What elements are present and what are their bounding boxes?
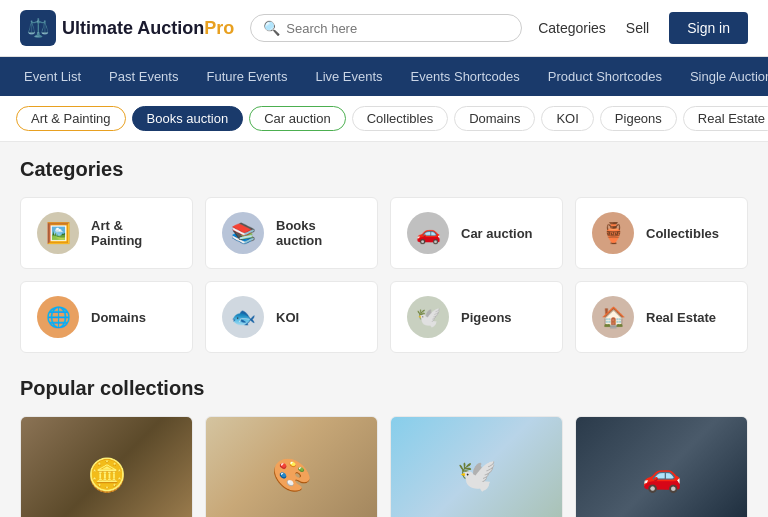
- category-card-art[interactable]: 🖼️ Art & Painting: [20, 197, 193, 269]
- collection-card-stemps[interactable]: 🪙 Stemps Auction Discover all 2 objects …: [20, 416, 193, 517]
- logo-icon: ⚖️: [20, 10, 56, 46]
- category-name-pigeons: Pigeons: [461, 310, 512, 325]
- category-name-books: Books auction: [276, 218, 361, 248]
- category-icon-domains: 🌐: [37, 296, 79, 338]
- category-icon-art: 🖼️: [37, 212, 79, 254]
- category-card-pigeons[interactable]: 🕊️ Pigeons: [390, 281, 563, 353]
- category-card-books[interactable]: 📚 Books auction: [205, 197, 378, 269]
- category-card-realestate[interactable]: 🏠 Real Estate: [575, 281, 748, 353]
- sign-in-button[interactable]: Sign in: [669, 12, 748, 44]
- nav-future-events[interactable]: Future Events: [192, 57, 301, 96]
- search-input[interactable]: [286, 21, 509, 36]
- filter-tab-car[interactable]: Car auction: [249, 106, 345, 131]
- category-name-domains: Domains: [91, 310, 146, 325]
- category-icon-books: 📚: [222, 212, 264, 254]
- filter-tab-art[interactable]: Art & Painting: [16, 106, 126, 131]
- category-card-car[interactable]: 🚗 Car auction: [390, 197, 563, 269]
- popular-collections-section: Popular collections 🪙 Stemps Auction Dis…: [20, 377, 748, 517]
- category-icon-collectibles: 🏺: [592, 212, 634, 254]
- nav-event-list[interactable]: Event List: [10, 57, 95, 96]
- collection-card-pigeon[interactable]: 🕊️ Pigeon Auction Discover all 3 objects…: [390, 416, 563, 517]
- collection-card-art-painting[interactable]: 🎨 Art & Painting Auctions Discover all 4…: [205, 416, 378, 517]
- search-icon: 🔍: [263, 20, 280, 36]
- nav-past-events[interactable]: Past Events: [95, 57, 192, 96]
- category-name-car: Car auction: [461, 226, 533, 241]
- nav-single-auction[interactable]: Single Auction Products List: [676, 57, 768, 96]
- categories-section: Categories 🖼️ Art & Painting 📚 Books auc…: [20, 158, 748, 353]
- nav-bar: Event List Past Events Future Events Liv…: [0, 57, 768, 96]
- category-name-koi: KOI: [276, 310, 299, 325]
- collection-image-pigeon: 🕊️: [391, 417, 562, 517]
- filter-tab-domains[interactable]: Domains: [454, 106, 535, 131]
- category-name-art: Art & Painting: [91, 218, 176, 248]
- filter-tab-realestate[interactable]: Real Estate: [683, 106, 768, 131]
- categories-title: Categories: [20, 158, 748, 181]
- logo-text: Ultimate AuctionPro: [62, 18, 234, 39]
- popular-collections-title: Popular collections: [20, 377, 748, 400]
- category-icon-car: 🚗: [407, 212, 449, 254]
- category-card-koi[interactable]: 🐟 KOI: [205, 281, 378, 353]
- filter-tab-books[interactable]: Books auction: [132, 106, 244, 131]
- filter-tab-pigeons[interactable]: Pigeons: [600, 106, 677, 131]
- collection-card-bmw[interactable]: 🚗 BMW Car Auction Discover all 1 objects…: [575, 416, 748, 517]
- sell-link[interactable]: Sell: [626, 20, 649, 36]
- header-links: Categories Sell Sign in: [538, 12, 748, 44]
- main-content: Categories 🖼️ Art & Painting 📚 Books auc…: [0, 142, 768, 517]
- categories-link[interactable]: Categories: [538, 20, 606, 36]
- collections-grid: 🪙 Stemps Auction Discover all 2 objects …: [20, 416, 748, 517]
- category-icon-koi: 🐟: [222, 296, 264, 338]
- header: ⚖️ Ultimate AuctionPro 🔍 Categories Sell…: [0, 0, 768, 57]
- category-grid: 🖼️ Art & Painting 📚 Books auction 🚗 Car …: [20, 197, 748, 353]
- nav-live-events[interactable]: Live Events: [301, 57, 396, 96]
- category-name-realestate: Real Estate: [646, 310, 716, 325]
- category-card-collectibles[interactable]: 🏺 Collectibles: [575, 197, 748, 269]
- filter-tabs: Art & Painting Books auction Car auction…: [0, 96, 768, 142]
- logo[interactable]: ⚖️ Ultimate AuctionPro: [20, 10, 234, 46]
- nav-events-shortcodes[interactable]: Events Shortcodes: [397, 57, 534, 96]
- collection-image-art-painting: 🎨: [206, 417, 377, 517]
- filter-tab-koi[interactable]: KOI: [541, 106, 593, 131]
- category-icon-realestate: 🏠: [592, 296, 634, 338]
- filter-tab-collectibles[interactable]: Collectibles: [352, 106, 448, 131]
- category-icon-pigeons: 🕊️: [407, 296, 449, 338]
- collection-image-stemps: 🪙: [21, 417, 192, 517]
- search-bar[interactable]: 🔍: [250, 14, 522, 42]
- category-name-collectibles: Collectibles: [646, 226, 719, 241]
- nav-product-shortcodes[interactable]: Product Shortcodes: [534, 57, 676, 96]
- category-card-domains[interactable]: 🌐 Domains: [20, 281, 193, 353]
- collection-image-bmw: 🚗: [576, 417, 747, 517]
